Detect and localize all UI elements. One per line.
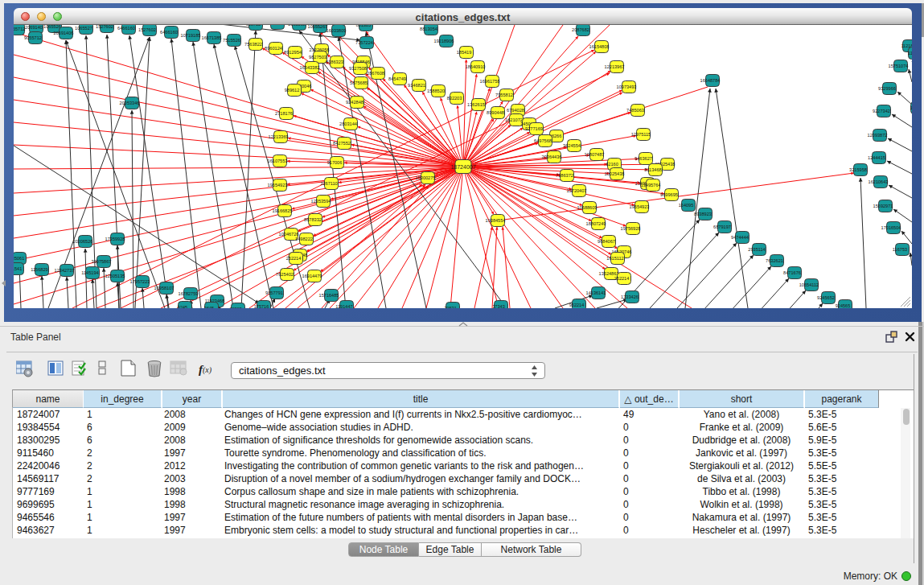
svg-text:832203: 832203 [447,96,462,101]
svg-text:2718176: 2718176 [275,111,293,116]
svg-text:17016504: 17016504 [881,225,901,230]
svg-text:16671385: 16671385 [202,35,222,40]
svg-text:10025438: 10025438 [605,171,625,176]
svg-text:12905: 12905 [229,307,242,308]
svg-text:1156829: 1156829 [31,267,47,272]
svg-text:15692971: 15692971 [873,204,893,208]
svg-text:10807487: 10807487 [585,152,605,157]
svg-text:9684067: 9684067 [598,239,615,244]
svg-text:37343: 37343 [492,304,505,308]
svg-text:19654923: 19654923 [268,183,288,187]
svg-text:18724007: 18724007 [450,164,475,170]
svg-text:19384554: 19384554 [486,218,506,223]
svg-text:12975115: 12975115 [631,132,651,137]
svg-text:1527602: 1527602 [138,27,156,32]
svg-text:10973493: 10973493 [617,84,637,89]
svg-text:19218906: 19218906 [434,39,454,43]
svg-text:9327508: 9327508 [349,66,367,71]
svg-text:62160: 62160 [606,162,618,167]
svg-text:20053346: 20053346 [120,101,140,105]
svg-text:15716485: 15716485 [319,293,339,298]
svg-text:1065538: 1065538 [288,25,306,27]
svg-text:2069140: 2069140 [25,25,43,30]
svg-text:185419: 185419 [457,50,472,55]
svg-text:8186323: 8186323 [326,60,343,64]
svg-text:175716: 175716 [254,304,269,308]
svg-text:8813054: 8813054 [420,27,437,31]
svg-text:9777169: 9777169 [525,126,543,131]
svg-text:7986372: 7986372 [556,173,573,178]
svg-text:1615112: 1615112 [606,256,623,261]
svg-text:6794028: 6794028 [507,108,524,113]
svg-text:6879197: 6879197 [713,225,731,229]
svg-text:2935114: 2935114 [748,247,765,252]
svg-text:6497568: 6497568 [534,138,552,143]
svg-text:9857791: 9857791 [265,290,283,295]
svg-text:17957223: 17957223 [130,279,150,284]
svg-text:9146821: 9146821 [408,83,425,88]
svg-text:1325: 1325 [910,105,912,110]
svg-text:1065527: 1065527 [75,26,92,31]
svg-text:9055712: 9055712 [24,35,42,40]
svg-text:8427552: 8427552 [333,141,351,146]
svg-text:8471676: 8471676 [783,270,801,275]
svg-text:2867608: 2867608 [367,71,384,76]
svg-text:7485063: 7485063 [626,108,644,113]
svg-text:19166825: 19166825 [273,208,293,213]
svg-text:16033809: 16033809 [326,28,347,33]
svg-text:9699695: 9699695 [660,192,678,197]
svg-text:3267110: 3267110 [320,181,337,186]
svg-text:252214: 252214 [286,256,302,261]
svg-text:952214: 952214 [569,303,585,307]
svg-text:6466160: 6466160 [160,30,178,35]
svg-text:19654923: 19654923 [630,204,650,209]
svg-text:16543382: 16543382 [300,65,320,70]
svg-text:1527602: 1527602 [96,25,113,29]
svg-text:7632621: 7632621 [766,258,783,263]
svg-text:7955812: 7955812 [495,93,513,97]
svg-text:164095: 164095 [679,203,694,208]
svg-text:2803144: 2803144 [339,122,357,126]
svg-text:1362615: 1362615 [467,102,485,107]
svg-text:12213967: 12213967 [605,64,625,69]
svg-text:6466160: 6466160 [117,26,135,31]
svg-text:7563822: 7563822 [244,42,262,47]
svg-text:252214: 252214 [614,276,630,281]
svg-text:8454749: 8454749 [388,76,406,81]
svg-text:12342737: 12342737 [55,268,75,273]
svg-text:7357224: 7357224 [355,40,373,45]
svg-text:9474444: 9474444 [731,235,749,240]
svg-text:16961758: 16961758 [480,79,500,84]
svg-text:16782759: 16782759 [179,291,199,296]
svg-text:9245: 9245 [178,305,187,308]
svg-text:116753: 116753 [893,247,907,252]
svg-text:16107553: 16107553 [268,159,288,163]
svg-text:8912954: 8912954 [284,50,302,55]
svg-text:1145194: 1145194 [81,270,98,275]
svg-text:8938923: 8938923 [694,212,712,216]
svg-text:16210643: 16210643 [869,179,889,184]
svg-text:19756928: 19756928 [621,226,641,231]
svg-text:8990448: 8990448 [487,110,504,115]
svg-text:16648784: 16648784 [700,78,721,83]
svg-text:15751074: 15751074 [889,64,909,68]
svg-text:1065526: 1065526 [43,25,61,29]
svg-text:391541: 391541 [14,266,22,271]
svg-text:18640910: 18640910 [466,64,486,69]
svg-text:20206526: 20206526 [73,239,93,244]
svg-text:12353594: 12353594 [311,199,331,204]
svg-text:9827503: 9827503 [309,55,326,60]
svg-text:958712: 958712 [246,25,261,27]
svg-text:1122: 1122 [908,51,912,56]
svg-text:9245652: 9245652 [817,295,835,300]
svg-text:12093872: 12093872 [868,133,888,138]
svg-text:8913054: 8913054 [266,25,284,26]
svg-text:5875685: 5875685 [350,80,368,85]
svg-text:989612: 989612 [285,88,300,93]
svg-text:16154808: 16154808 [589,44,610,49]
svg-text:917006: 917006 [327,160,343,165]
svg-text:10719185: 10719185 [181,33,201,38]
svg-text:881305: 881305 [356,25,372,27]
svg-text:3215958: 3215958 [849,167,867,172]
svg-text:13495764: 13495764 [641,183,661,187]
